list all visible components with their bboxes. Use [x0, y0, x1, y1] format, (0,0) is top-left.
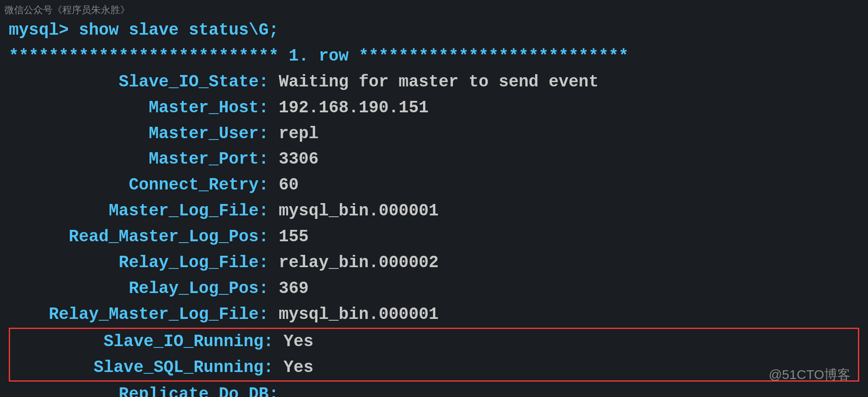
field-name-4: Connect_Retry: [9, 172, 269, 198]
field-row-8: Relay_Log_Pos: 369 [9, 276, 859, 302]
field-row-3: Master_Port: 3306 [9, 147, 859, 172]
watermark-bottom: @51CTO博客 [768, 366, 850, 384]
fields-container: Slave_IO_State: Waiting for master to se… [9, 69, 859, 328]
replicate-do-db-label: Replicate_Do_DB: [9, 382, 279, 397]
field-value-7: relay_bin.000002 [269, 250, 439, 276]
field-name-8: Relay_Log_Pos: [9, 276, 269, 302]
highlighted-fields-container: Slave_IO_Running: Yes Slave_SQL_Running:… [9, 328, 859, 382]
field-value-3: 3306 [269, 147, 319, 172]
last-field-line: Replicate_Do_DB: [9, 382, 859, 397]
field-value-8: 369 [269, 276, 309, 302]
field-value-6: 155 [269, 224, 309, 250]
slave-io-running-label: Slave_IO_Running: [14, 329, 274, 355]
field-row-4: Connect_Retry: 60 [9, 172, 859, 198]
watermark-top: 微信公众号《程序员朱永胜》 [4, 4, 130, 17]
field-row-9: Relay_Master_Log_File: mysql_bin.000001 [9, 302, 859, 328]
field-value-9: mysql_bin.000001 [269, 302, 439, 328]
prompt-text: mysql> show slave status\G; [9, 18, 279, 43]
field-name-2: Master_User: [9, 121, 269, 147]
field-row-7: Relay_Log_File: relay_bin.000002 [9, 250, 859, 276]
terminal-window: 微信公众号《程序员朱永胜》 mysql> show slave status\G… [0, 0, 868, 397]
field-name-7: Relay_Log_File: [9, 250, 269, 276]
field-value-5: mysql_bin.000001 [269, 198, 439, 224]
terminal-content: mysql> show slave status\G; ************… [9, 18, 859, 397]
field-name-3: Master_Port: [9, 147, 269, 172]
prompt-line: mysql> show slave status\G; [9, 18, 859, 43]
separator-text: *************************** 1. row *****… [9, 43, 629, 69]
field-value-0: Waiting for master to send event [269, 69, 599, 95]
field-value-4: 60 [269, 172, 299, 198]
field-row-1: Master_Host: 192.168.190.151 [9, 95, 859, 121]
field-name-5: Master_Log_File: [9, 198, 269, 224]
slave-io-running-value: Yes [274, 329, 313, 355]
highlighted-block: Slave_IO_Running: Yes Slave_SQL_Running:… [9, 328, 859, 382]
highlighted-row-1: Slave_IO_Running: Yes [14, 329, 854, 355]
field-row-0: Slave_IO_State: Waiting for master to se… [9, 69, 859, 95]
field-value-2: repl [269, 121, 319, 147]
field-name-0: Slave_IO_State: [9, 69, 269, 95]
field-row-5: Master_Log_File: mysql_bin.000001 [9, 198, 859, 224]
separator-line: *************************** 1. row *****… [9, 43, 859, 69]
slave-sql-running-value: Yes [274, 355, 313, 381]
field-row-6: Read_Master_Log_Pos: 155 [9, 224, 859, 250]
slave-sql-running-label: Slave_SQL_Running: [14, 355, 274, 381]
field-name-9: Relay_Master_Log_File: [9, 302, 269, 328]
field-row-2: Master_User: repl [9, 121, 859, 147]
field-name-1: Master_Host: [9, 95, 269, 121]
highlighted-row-2: Slave_SQL_Running: Yes [14, 355, 854, 381]
field-name-6: Read_Master_Log_Pos: [9, 224, 269, 250]
field-value-1: 192.168.190.151 [269, 95, 429, 121]
